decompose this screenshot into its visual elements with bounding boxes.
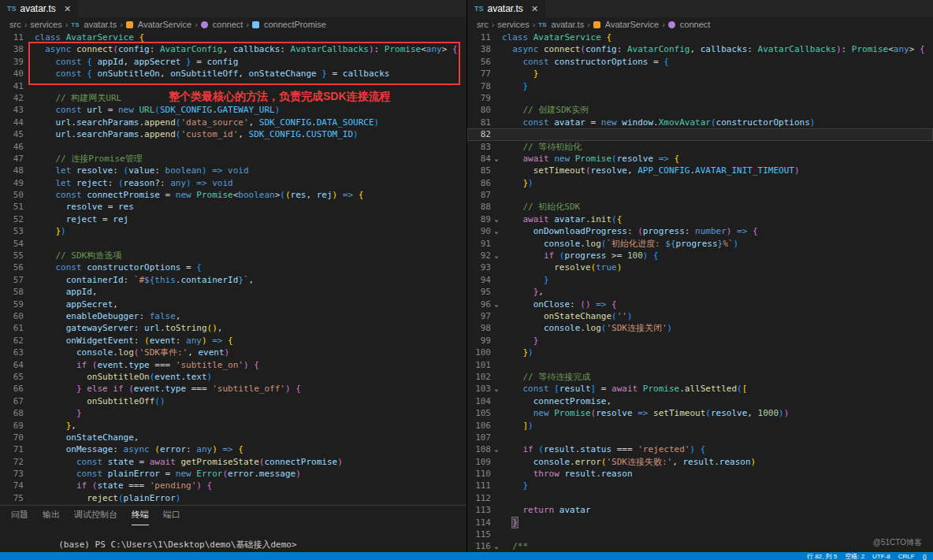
code-line[interactable]: 71onMessage: async (error: any) => { bbox=[0, 443, 466, 455]
code-line[interactable]: 101 bbox=[467, 359, 933, 371]
close-icon[interactable]: ✕ bbox=[531, 4, 538, 14]
code-line[interactable]: 52reject = rej bbox=[0, 213, 466, 225]
code-line[interactable]: 105new Promise(resolve => setTimeout(res… bbox=[467, 407, 933, 419]
code-line[interactable]: 113return avatar bbox=[467, 504, 933, 516]
fold-chevron-icon[interactable]: ⌄ bbox=[491, 225, 502, 237]
code-line[interactable]: 88// 初始化SDK bbox=[467, 201, 933, 213]
code-line[interactable]: 53}) bbox=[0, 225, 466, 237]
code-line[interactable]: 68} bbox=[0, 407, 466, 419]
panel-tab-输出[interactable]: 输出 bbox=[43, 506, 60, 525]
code-line[interactable]: 61gatewayServer: url.toString(), bbox=[0, 322, 466, 334]
code-line[interactable]: 75reject(plainError) bbox=[0, 492, 466, 504]
code-line[interactable]: 42// 构建网关URL bbox=[0, 92, 466, 104]
status-item[interactable]: 空格: 2 bbox=[845, 552, 864, 560]
panel-tab-终端[interactable]: 终端 bbox=[132, 506, 149, 525]
code-line[interactable]: 106]) bbox=[467, 420, 933, 432]
code-line[interactable]: 57containerId: `#${this.containerId}`, bbox=[0, 274, 466, 286]
code-line[interactable]: 47// 连接Promise管理 bbox=[0, 153, 466, 165]
code-line[interactable]: 78} bbox=[467, 80, 933, 92]
code-line[interactable]: 84⌄await new Promise(resolve => { bbox=[467, 153, 933, 165]
code-line[interactable]: 58appId, bbox=[0, 286, 466, 298]
breadcrumb-item[interactable]: src bbox=[9, 20, 21, 29]
tab-avatar-ts-left[interactable]: TS avatar.ts ✕ bbox=[0, 0, 78, 17]
code-line[interactable]: 86}) bbox=[467, 177, 933, 189]
code-line[interactable]: 50const connectPromise = new Promise<boo… bbox=[0, 189, 466, 201]
code-line[interactable]: 99} bbox=[467, 335, 933, 347]
code-line[interactable]: 96⌄onClose: () => { bbox=[467, 299, 933, 310]
code-line[interactable]: 94} bbox=[467, 274, 933, 286]
breadcrumb-item[interactable]: services bbox=[497, 20, 529, 29]
code-line[interactable]: 76} bbox=[0, 504, 466, 505]
status-item[interactable]: 行 82, 列 5 bbox=[807, 552, 837, 560]
breadcrumb-item[interactable]: services bbox=[30, 20, 61, 29]
terminal[interactable]: (base) PS C:\Users\1\Desktop\demo\基础接入de… bbox=[0, 525, 466, 552]
code-line[interactable]: 74if (state === 'pending') { bbox=[0, 480, 466, 491]
close-icon[interactable]: ✕ bbox=[64, 4, 71, 14]
code-line[interactable]: 104connectPromise, bbox=[467, 395, 933, 407]
breadcrumb-item[interactable]: AvatarService bbox=[138, 20, 191, 29]
status-item[interactable]: UTF-8 bbox=[872, 553, 890, 560]
code-line[interactable]: 60enableDebugger: false, bbox=[0, 310, 466, 322]
breadcrumb-item[interactable]: connect bbox=[213, 20, 243, 29]
code-line[interactable]: 64if (event.type === 'subtitle_on') { bbox=[0, 359, 466, 371]
breadcrumb-item[interactable]: connectPromise bbox=[264, 20, 326, 29]
panel-tab-端口[interactable]: 端口 bbox=[163, 506, 180, 525]
code-line[interactable]: 11class AvatarService { bbox=[0, 32, 466, 43]
code-line[interactable]: 54 bbox=[0, 238, 466, 250]
breadcrumb-item[interactable]: avatar.ts bbox=[552, 20, 585, 29]
code-line[interactable]: 59appSecret, bbox=[0, 299, 466, 310]
breadcrumb-item[interactable]: connect bbox=[680, 20, 711, 29]
code-line[interactable]: 95}, bbox=[467, 286, 933, 298]
code-line[interactable]: 82 bbox=[467, 128, 933, 140]
code-line[interactable]: 44url.searchParams.append('data_source',… bbox=[0, 117, 466, 128]
code-line[interactable]: 102// 等待连接完成 bbox=[467, 371, 933, 383]
panel-tab-调试控制台[interactable]: 调试控制台 bbox=[74, 506, 117, 525]
code-line[interactable]: 56const constructorOptions = { bbox=[0, 261, 466, 273]
code-line[interactable]: 69}, bbox=[0, 420, 466, 432]
code-line[interactable]: 38async connect(config: AvatarConfig, ca… bbox=[0, 43, 466, 55]
code-line[interactable]: 112 bbox=[467, 492, 933, 504]
breadcrumb-item[interactable]: AvatarService bbox=[605, 20, 659, 29]
code-line[interactable]: 81const avatar = new window.XmovAvatar(c… bbox=[467, 117, 933, 128]
code-line[interactable]: 100}) bbox=[467, 347, 933, 358]
fold-chevron-icon[interactable]: ⌄ bbox=[491, 153, 502, 165]
code-line[interactable]: 108⌄if (result.status === 'rejected') { bbox=[467, 443, 933, 455]
code-line[interactable]: 109console.error('SDK连接失败:', result.reas… bbox=[467, 456, 933, 468]
status-item[interactable]: CRLF bbox=[898, 553, 915, 560]
tab-avatar-ts-right[interactable]: TS avatar.ts ✕ bbox=[467, 0, 545, 17]
code-line[interactable]: 103⌄const [result] = await Promise.allSe… bbox=[467, 383, 933, 395]
fold-chevron-icon[interactable]: ⌄ bbox=[491, 250, 502, 261]
fold-chevron-icon[interactable]: ⌄ bbox=[491, 213, 502, 225]
code-line[interactable]: 70onStateChange, bbox=[0, 432, 466, 443]
code-line[interactable]: 91console.log(`初始化进度: ${progress}%`) bbox=[467, 238, 933, 250]
code-line[interactable]: 77} bbox=[467, 68, 933, 80]
code-line[interactable]: 48let resolve: (value: boolean) => void bbox=[0, 165, 466, 176]
fold-chevron-icon[interactable]: ⌄ bbox=[491, 299, 502, 310]
code-line[interactable]: 79 bbox=[467, 92, 933, 104]
code-line[interactable]: 97onStateChange('') bbox=[467, 310, 933, 322]
code-line[interactable]: 65onSubtitleOn(event.text) bbox=[0, 371, 466, 383]
fold-chevron-icon[interactable]: ⌄ bbox=[491, 383, 502, 395]
code-line[interactable]: 49let reject: (reason?: any) => void bbox=[0, 177, 466, 189]
code-line[interactable]: 55// SDK构造选项 bbox=[0, 250, 466, 261]
code-line[interactable]: 83// 等待初始化 bbox=[467, 141, 933, 153]
code-line[interactable]: 98console.log('SDK连接关闭') bbox=[467, 322, 933, 334]
fold-chevron-icon[interactable]: ⌄ bbox=[491, 443, 502, 455]
code-line[interactable]: 87 bbox=[467, 189, 933, 201]
breadcrumb-item[interactable]: src bbox=[477, 20, 489, 29]
code-editor-right[interactable]: 11class AvatarService {38async connect(c… bbox=[467, 32, 933, 552]
code-line[interactable]: 73const plainError = new Error(error.mes… bbox=[0, 468, 466, 480]
code-line[interactable]: 90⌄onDownloadProgress: (progress: number… bbox=[467, 225, 933, 237]
code-line[interactable]: 116⌄/** bbox=[467, 540, 933, 552]
status-item[interactable]: {} bbox=[923, 553, 927, 560]
code-line[interactable]: 43const url = new URL(SDK_CONFIG.GATEWAY… bbox=[0, 104, 466, 116]
code-line[interactable]: 72const state = await getPromiseState(co… bbox=[0, 456, 466, 468]
code-line[interactable]: 80// 创建SDK实例 bbox=[467, 104, 933, 116]
code-line[interactable]: 111} bbox=[467, 480, 933, 491]
panel-tab-问题[interactable]: 问题 bbox=[11, 506, 28, 525]
code-line[interactable]: 107 bbox=[467, 432, 933, 443]
code-line[interactable]: 89⌄await avatar.init({ bbox=[467, 213, 933, 225]
code-line[interactable]: 92⌄if (progress >= 100) { bbox=[467, 250, 933, 261]
code-line[interactable]: 110throw result.reason bbox=[467, 468, 933, 480]
code-line[interactable]: 11class AvatarService { bbox=[467, 32, 933, 43]
